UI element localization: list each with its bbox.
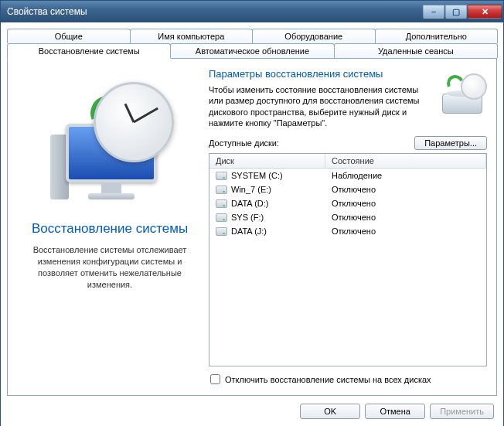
window-title: Свойства системы [7,6,87,17]
disable-all-row[interactable]: Отключить восстановление системы на всех… [209,373,487,386]
drive-name: Win_7 (E:) [231,185,271,194]
tab-auto-updates[interactable]: Автоматическое обновление [170,43,334,58]
tab-computer-name[interactable]: Имя компьютера [130,29,254,43]
drive-name: DATA (D:) [231,199,268,208]
drive-icon [216,213,227,222]
drive-state: Отключено [332,185,376,194]
drive-row[interactable]: DATA (J:)Отключено [209,224,486,238]
listview-header[interactable]: Диск Состояние [209,154,486,169]
drive-state: Отключено [332,199,376,208]
drive-settings-button[interactable]: Параметры... [414,136,487,150]
drive-row[interactable]: Win_7 (E:)Отключено [209,182,486,196]
apply-button[interactable]: Применить [430,404,494,419]
close-button[interactable]: ✕ [468,5,502,19]
minimize-button[interactable]: – [423,5,444,19]
ok-button[interactable]: OK [300,404,360,419]
cancel-button[interactable]: Отмена [365,404,425,419]
tab-hardware[interactable]: Оборудование [252,29,376,43]
drive-name: SYS (F:) [231,213,264,222]
tab-strip: Общие Имя компьютера Оборудование Дополн… [7,29,497,58]
drive-row[interactable]: SYS (F:)Отключено [209,210,486,224]
system-restore-illustration [44,79,175,210]
settings-description: Чтобы изменить состояние восстановления … [209,84,487,128]
drive-icon [216,172,227,180]
tab-advanced[interactable]: Дополнительно [375,29,499,43]
window-buttons: – ▢ ✕ [423,5,502,19]
titlebar[interactable]: Свойства системы – ▢ ✕ [1,1,503,22]
tab-general[interactable]: Общие [7,29,131,43]
drives-listview[interactable]: Диск Состояние SYSTEM (C:)НаблюдениеWin_… [209,153,487,366]
col-state[interactable]: Состояние [325,154,486,168]
right-pane: Параметры восстановления системы Чтобы и… [209,68,487,386]
system-properties-window: Свойства системы – ▢ ✕ Общие Имя компьют… [0,0,504,426]
available-drives-label: Доступные диски: [209,138,279,148]
drive-name: SYSTEM (C:) [231,171,283,180]
drive-name: DATA (J:) [231,227,267,236]
dialog-footer: OK Отмена Применить [7,396,497,419]
left-pane: Восстановление системы Восстановление си… [17,68,203,386]
client-area: Общие Имя компьютера Оборудование Дополн… [1,22,503,426]
disable-all-label: Отключить восстановление системы на всех… [225,375,431,384]
tab-remote[interactable]: Удаленные сеансы [334,43,498,58]
maximize-button[interactable]: ▢ [445,5,467,19]
left-heading: Восстановление системы [20,221,199,237]
drive-state: Наблюдение [332,171,382,180]
drive-icon [216,186,227,194]
col-disk[interactable]: Диск [209,154,325,168]
drive-icon [216,199,227,208]
left-description: Восстановление системы отслеживает измен… [20,244,199,290]
disable-all-checkbox[interactable] [210,374,220,384]
tab-system-restore[interactable]: Восстановление системы [7,43,171,59]
drive-row[interactable]: DATA (D:)Отключено [209,196,486,210]
drive-row[interactable]: SYSTEM (C:)Наблюдение [209,169,486,182]
tab-panel-system-restore: Восстановление системы Восстановление си… [7,58,497,396]
drive-state: Отключено [332,227,376,236]
clock-icon [94,82,174,162]
drive-icon [216,227,227,236]
drive-restore-icon [438,73,487,118]
drive-state: Отключено [332,213,376,222]
